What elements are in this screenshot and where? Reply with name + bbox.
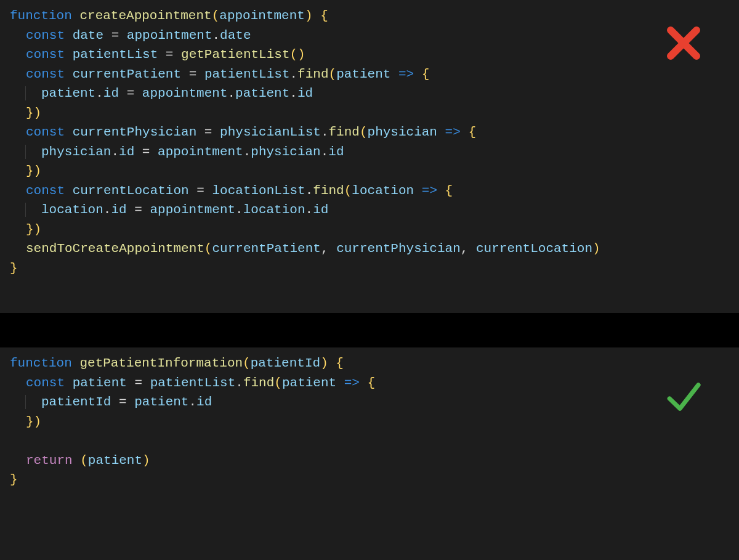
token-var: appointment (142, 86, 228, 100)
token-keyword: function (10, 9, 72, 23)
code-line: } (10, 470, 729, 490)
token-var: location (41, 203, 103, 217)
token-keyword: return (26, 453, 73, 468)
token-op: = (127, 376, 150, 390)
token-param: patientId (251, 356, 320, 370)
token-call: getPatientList (181, 47, 289, 62)
token-var: date (73, 28, 103, 43)
token-op: . (227, 86, 235, 100)
code-line: }) (10, 220, 729, 240)
token-op: . (188, 395, 196, 409)
code-line: const currentLocation = locationList.fin… (10, 181, 729, 201)
token-param: location (352, 184, 414, 198)
token-brace: { (445, 184, 453, 198)
code-line: patient.id = appointment.patient.id (10, 84, 729, 103)
token-var: currentPatient (73, 67, 181, 81)
token-op: = (103, 28, 127, 43)
code-line: } (10, 259, 729, 278)
code-line: sendToCreateAppointment(currentPatient, … (10, 239, 729, 259)
code-line: }) (10, 161, 729, 181)
token-arg: currentLocation (476, 241, 592, 256)
token-prop: location (243, 203, 305, 217)
token-paren: ) (34, 164, 42, 178)
token-paren: ( (344, 184, 352, 198)
code-line: function getPatientInformation(patientId… (10, 354, 729, 373)
token-arrow: => (390, 67, 421, 81)
token-call: find (297, 67, 328, 81)
token-paren: ( (360, 125, 368, 139)
token-brace: } (10, 261, 18, 275)
token-op: . (243, 145, 251, 159)
token-param: physician (368, 125, 437, 139)
token-paren: ) (34, 415, 42, 429)
token-arg: currentPhysician (336, 241, 461, 256)
token-paren: ( (329, 67, 337, 81)
token-op: = (127, 203, 150, 217)
token-function-name: getPatientInformation (79, 356, 243, 370)
token-op: . (111, 145, 119, 159)
code-line: const patientList = getPatientList() (10, 45, 729, 65)
token-call: find (313, 184, 344, 198)
token-prop: physician (251, 145, 320, 159)
token-arrow: => (336, 376, 367, 390)
token-keyword: const (26, 28, 65, 43)
token-keyword: const (26, 47, 65, 62)
code-line-blank (10, 431, 729, 451)
token-prop: date (220, 28, 251, 43)
code-panel-good: function getPatientInformation(patientId… (0, 347, 739, 560)
token-keyword: const (26, 184, 65, 198)
token-var: physicianList (220, 125, 321, 139)
token-var: physician (41, 145, 111, 159)
token-paren: ) (34, 222, 42, 237)
token-arrow: => (437, 125, 468, 139)
token-brace: { (422, 67, 430, 81)
token-keyword: const (26, 67, 65, 81)
token-paren: ) (142, 453, 150, 468)
token-var: patientList (204, 67, 290, 81)
code-panel-bad: function createAppointment(appointment) … (0, 0, 739, 313)
token-brace: { (368, 376, 376, 390)
token-var: appointment (150, 203, 235, 217)
token-brace: } (10, 473, 18, 487)
token-brace: { (320, 9, 328, 23)
token-op: . (212, 28, 220, 43)
code-line: function createAppointment(appointment) … (10, 6, 729, 26)
token-var: locationList (212, 184, 305, 198)
token-var: currentLocation (73, 184, 189, 198)
token-op: = (111, 395, 134, 409)
token-paren: ) (305, 9, 313, 23)
token-prop: patient (235, 86, 289, 100)
token-call: sendToCreateAppointment (26, 241, 204, 256)
token-op: . (235, 376, 243, 390)
token-op: . (95, 86, 103, 100)
token-var: patient (88, 453, 142, 468)
token-call: find (243, 376, 274, 390)
token-param: patient (336, 67, 390, 81)
token-op: . (235, 203, 243, 217)
token-brace: } (26, 222, 34, 237)
token-op: . (321, 145, 329, 159)
token-var: patientList (150, 376, 236, 390)
code-line: const currentPhysician = physicianList.f… (10, 123, 729, 142)
token-function-name: createAppointment (79, 9, 211, 23)
code-line: }) (10, 103, 729, 123)
token-var: patient (41, 86, 95, 100)
token-paren: ( (243, 356, 251, 370)
token-prop: id (196, 395, 212, 409)
token-op: = (189, 184, 212, 198)
token-var: appointment (127, 28, 212, 43)
token-op: . (321, 125, 329, 139)
token-prop: id (103, 86, 119, 100)
token-var: patient (134, 395, 188, 409)
code-line: physician.id = appointment.physician.id (10, 142, 729, 162)
check-icon (665, 378, 702, 415)
code-line: patientId = patient.id (10, 392, 729, 412)
token-prop: id (297, 86, 313, 100)
token-op: . (305, 184, 313, 198)
token-paren: ) (592, 241, 600, 256)
token-paren: ) (34, 106, 42, 120)
token-paren: ( (80, 453, 88, 468)
token-op: = (196, 125, 220, 139)
token-op: = (134, 145, 158, 159)
token-brace: { (336, 356, 344, 370)
